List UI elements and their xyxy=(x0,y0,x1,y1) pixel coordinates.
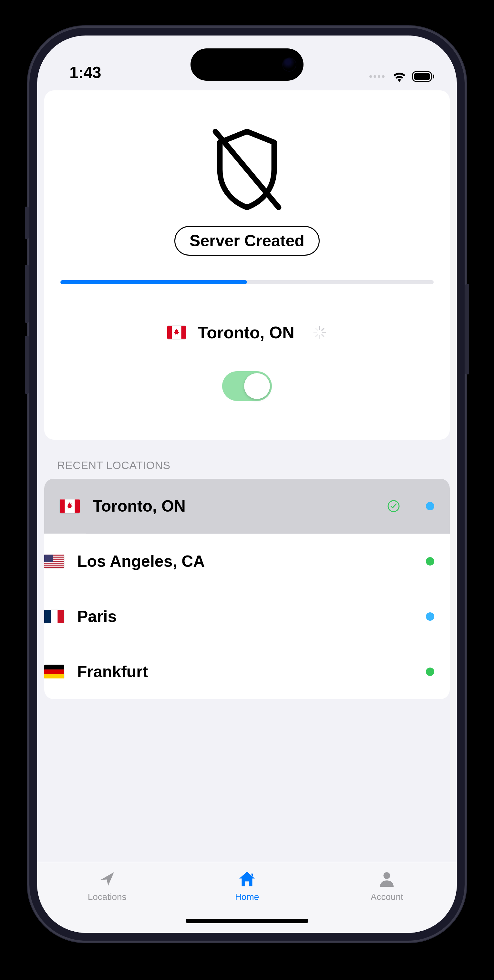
list-item[interactable]: Los Angeles, CA xyxy=(86,534,450,589)
svg-rect-3 xyxy=(182,326,186,339)
recent-locations-header: RECENT LOCATIONS xyxy=(44,440,450,479)
tab-label: Locations xyxy=(88,892,127,902)
connection-toggle[interactable] xyxy=(222,371,272,401)
status-dot xyxy=(426,612,434,621)
dynamic-island xyxy=(191,48,303,81)
svg-rect-2 xyxy=(167,326,172,339)
svg-rect-28 xyxy=(44,670,64,674)
flag-usa-icon xyxy=(44,554,64,568)
svg-rect-14 xyxy=(75,500,80,512)
connection-card: Server Created Toronto, ON xyxy=(44,91,450,440)
current-location-label: Toronto, ON xyxy=(198,323,294,342)
svg-rect-24 xyxy=(44,610,51,623)
tab-home[interactable]: Home xyxy=(202,869,292,902)
cellular-dots-icon xyxy=(370,75,384,78)
svg-line-7 xyxy=(322,335,323,336)
connection-progress xyxy=(61,280,433,284)
list-item[interactable]: Frankfurt xyxy=(86,644,450,699)
tab-account[interactable]: Account xyxy=(342,869,432,902)
tab-label: Account xyxy=(371,892,403,902)
tab-locations[interactable]: Locations xyxy=(62,869,152,902)
connection-status-pill: Server Created xyxy=(174,226,320,256)
shield-off-icon xyxy=(202,123,292,216)
status-time: 1:43 xyxy=(69,63,101,82)
flag-canada-icon xyxy=(60,499,80,513)
list-item-label: Los Angeles, CA xyxy=(77,552,400,571)
recent-locations-list: Toronto, ON Los Angeles, CA xyxy=(44,479,450,699)
wifi-icon xyxy=(392,71,406,82)
list-item[interactable]: Paris xyxy=(86,589,450,644)
location-arrow-icon xyxy=(97,869,118,889)
svg-rect-27 xyxy=(44,665,64,670)
list-item-label: Toronto, ON xyxy=(92,497,374,515)
svg-rect-20 xyxy=(44,562,64,563)
list-item[interactable]: Toronto, ON xyxy=(44,479,450,534)
home-indicator[interactable] xyxy=(186,919,308,923)
status-dot xyxy=(426,502,434,510)
flag-france-icon xyxy=(44,609,64,624)
svg-rect-22 xyxy=(44,566,64,566)
svg-rect-25 xyxy=(51,610,58,623)
svg-rect-26 xyxy=(57,610,64,623)
svg-rect-23 xyxy=(44,555,53,562)
svg-line-11 xyxy=(316,329,317,330)
svg-rect-21 xyxy=(44,563,64,565)
status-dot xyxy=(426,668,434,676)
tab-label: Home xyxy=(235,892,259,902)
svg-rect-13 xyxy=(60,500,65,512)
flag-canada-icon xyxy=(167,326,186,339)
svg-line-9 xyxy=(316,335,317,336)
status-dot xyxy=(426,557,434,566)
connection-progress-fill xyxy=(61,280,247,284)
svg-point-30 xyxy=(384,872,390,879)
flag-germany-icon xyxy=(44,665,64,679)
battery-icon xyxy=(412,72,434,82)
svg-line-5 xyxy=(322,329,323,330)
svg-rect-29 xyxy=(44,674,64,679)
checkmark-circle-icon xyxy=(387,500,400,512)
list-item-label: Frankfurt xyxy=(77,662,400,681)
person-icon xyxy=(376,869,397,889)
list-item-label: Paris xyxy=(77,607,400,626)
home-icon xyxy=(236,869,258,889)
loading-spinner-icon xyxy=(312,325,327,340)
